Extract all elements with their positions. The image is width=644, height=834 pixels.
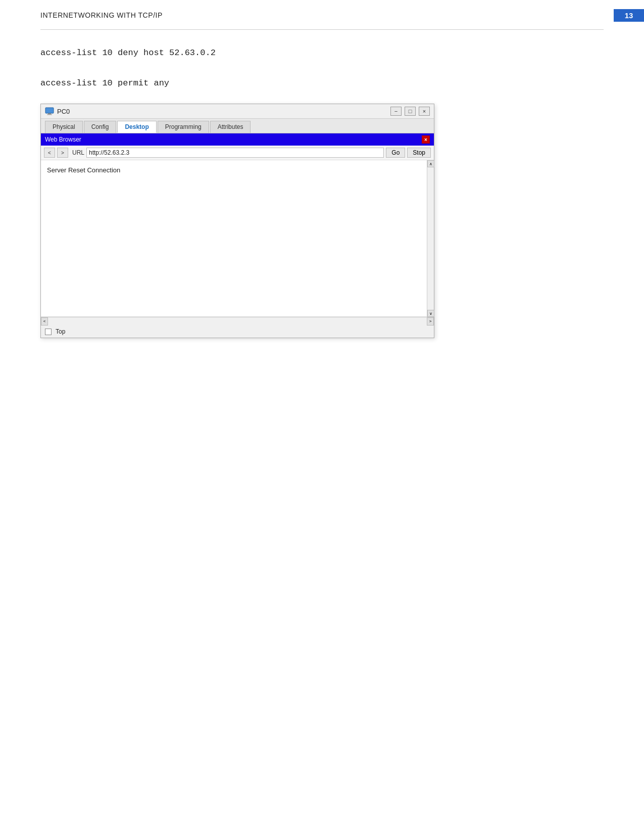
browser-content: Server Reset Connection [41, 160, 434, 317]
title-bar-left: PC0 [45, 107, 70, 116]
page-number: 13 [614, 9, 644, 22]
browser-content-text: Server Reset Connection [47, 166, 120, 174]
scroll-right-arrow[interactable]: > [427, 317, 434, 326]
tab-desktop[interactable]: Desktop [117, 121, 156, 133]
horizontal-scrollbar[interactable]: < > [41, 317, 434, 325]
scroll-left-arrow[interactable]: < [41, 317, 48, 326]
tab-physical[interactable]: Physical [45, 121, 83, 133]
pc-icon [45, 107, 54, 116]
page-header: INTERNETWORKING WITH TCP/IP [40, 11, 163, 19]
svg-rect-1 [48, 113, 51, 114]
url-label: URL [72, 149, 84, 156]
code-line-2: access-list 10 permit any [40, 78, 169, 88]
top-label: Top [56, 328, 65, 335]
svg-rect-2 [47, 114, 52, 115]
go-button[interactable]: Go [386, 148, 405, 158]
window-close-button[interactable]: × [419, 107, 430, 116]
nav-bar: < > URL Go Stop [41, 146, 434, 160]
browser-area: Web Browser × < > URL Go Stop Server Res… [41, 133, 434, 325]
scroll-up-arrow[interactable]: ∧ [427, 160, 434, 167]
tabs-bar: Physical Config Desktop Programming Attr… [41, 119, 434, 133]
bottom-bar: Top [41, 325, 434, 338]
tab-attributes[interactable]: Attributes [210, 121, 251, 133]
header-divider [40, 29, 604, 30]
tab-config[interactable]: Config [84, 121, 117, 133]
maximize-button[interactable]: □ [405, 107, 416, 116]
code-line-1: access-list 10 deny host 52.63.0.2 [40, 48, 216, 58]
browser-close-button[interactable]: × [422, 135, 430, 144]
back-button[interactable]: < [44, 148, 55, 158]
browser-title-text: Web Browser [45, 136, 81, 143]
pc0-window: PC0 − □ × Physical Config Desktop Progra… [40, 104, 434, 338]
top-checkbox[interactable] [45, 329, 52, 335]
scroll-h-track [48, 317, 427, 326]
vertical-scrollbar[interactable]: ∧ ∨ [427, 160, 434, 317]
tab-programming[interactable]: Programming [158, 121, 209, 133]
scroll-down-arrow[interactable]: ∨ [427, 310, 434, 317]
forward-button[interactable]: > [57, 148, 68, 158]
url-input[interactable] [86, 148, 384, 158]
title-bar: PC0 − □ × [41, 104, 434, 119]
content-scroll-container: Server Reset Connection ∧ ∨ [41, 160, 434, 317]
svg-rect-0 [45, 108, 54, 113]
stop-button[interactable]: Stop [407, 148, 431, 158]
browser-title-bar: Web Browser × [41, 133, 434, 146]
title-bar-controls: − □ × [390, 107, 430, 116]
minimize-button[interactable]: − [390, 107, 402, 116]
window-title: PC0 [57, 108, 70, 115]
